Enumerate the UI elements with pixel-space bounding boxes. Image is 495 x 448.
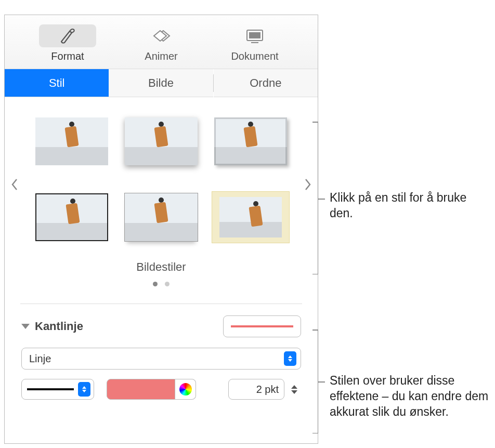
border-weight-group: 2 pkt (228, 379, 301, 400)
image-styles-label: Bildestiler (15, 260, 307, 274)
border-section-header: Kantlinje (21, 315, 301, 337)
callout-text-2: Stilen over bruker disse effektene – du … (330, 373, 491, 420)
stepper-down-button[interactable] (291, 390, 297, 394)
diamond-stack-icon (133, 24, 190, 47)
border-weight-input[interactable]: 2 pkt (228, 379, 284, 400)
top-toolbar: Format Animer Dokument (5, 15, 318, 69)
page-dot-1[interactable] (153, 282, 158, 286)
color-wheel-button[interactable] (175, 379, 196, 400)
inspector-panel: Format Animer Dokument Sti (4, 15, 318, 444)
tab-style[interactable]: Stil (5, 69, 109, 97)
border-type-dropdown[interactable]: Linje (21, 348, 301, 370)
tab-image[interactable]: Bilde (109, 69, 213, 97)
callout-bracket-1 (318, 122, 318, 274)
border-style-preview[interactable] (223, 315, 301, 337)
style-thumbnails-grid (15, 113, 307, 246)
format-toolbar-button[interactable]: Format (39, 24, 96, 62)
callout-text-1: Klikk på en stil for å bruke den. (330, 190, 486, 221)
image-styles-section: Bildestiler (5, 97, 318, 294)
border-color-group (107, 379, 196, 400)
color-wheel-icon (179, 383, 192, 396)
border-controls-row: 2 pkt (21, 379, 301, 400)
styles-prev-button[interactable] (11, 178, 18, 194)
border-color-swatch[interactable] (107, 379, 175, 400)
chevron-down-icon (21, 324, 30, 329)
border-title: Kantlinje (35, 320, 83, 333)
presentation-icon (226, 24, 283, 47)
border-type-value: Linje (29, 353, 51, 365)
document-toolbar-button[interactable]: Dokument (226, 24, 283, 62)
svg-rect-1 (249, 32, 260, 38)
style-thumbnail-1[interactable] (33, 115, 111, 167)
tab-arrange[interactable]: Ordne (214, 69, 318, 97)
weight-stepper (288, 379, 301, 400)
dropdown-arrows-icon (284, 351, 296, 366)
callout-bracket-2 (318, 330, 318, 433)
animate-label: Animer (145, 50, 177, 62)
style-thumbnail-2[interactable] (122, 115, 200, 167)
border-disclosure[interactable]: Kantlinje (21, 320, 83, 333)
line-sample-icon (27, 388, 74, 390)
border-section: Kantlinje Linje 2 pkt (5, 304, 318, 400)
line-style-dropdown[interactable] (21, 379, 94, 400)
inspector-tabs: Stil Bilde Ordne (5, 69, 318, 97)
style-thumbnail-4[interactable] (33, 191, 111, 243)
styles-next-button[interactable] (304, 178, 311, 194)
style-thumbnail-3[interactable] (212, 115, 290, 167)
style-pagination-dots (15, 278, 307, 289)
stepper-up-button[interactable] (291, 385, 297, 389)
format-label: Format (51, 50, 84, 62)
dropdown-arrows-icon (78, 382, 90, 397)
style-thumbnail-6[interactable] (212, 191, 290, 243)
style-thumbnail-5[interactable] (122, 191, 200, 243)
paintbrush-icon (39, 24, 96, 47)
animate-toolbar-button[interactable]: Animer (133, 24, 190, 62)
page-dot-2[interactable] (165, 282, 170, 286)
document-label: Dokument (231, 50, 278, 62)
